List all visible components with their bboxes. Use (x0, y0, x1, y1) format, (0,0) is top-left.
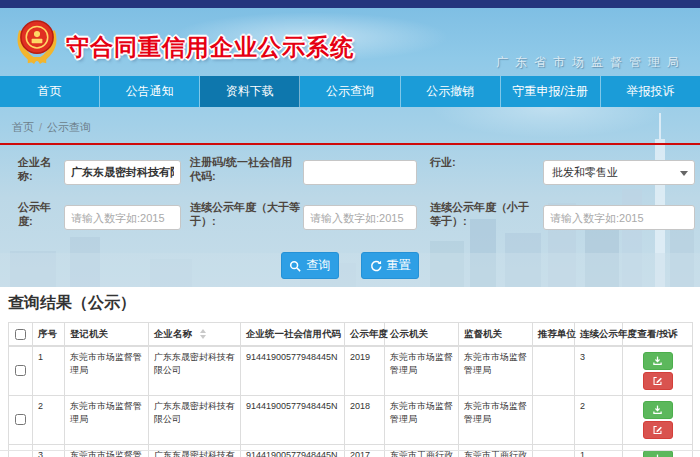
col-seq: 序号 (33, 323, 65, 346)
top-strip (0, 0, 700, 8)
credit-code-field[interactable] (303, 160, 417, 185)
table-header-row: 序号 登记机关 企业名称 企业统一社会信用代码 公示年度 公示机关 监督机关 推… (9, 323, 693, 346)
results-title: 查询结果（公示） (8, 287, 692, 322)
hero-banner: 守合同重信用企业公示系统 广东省市场监督管理局 首页 公告通知 资料下载 公示查… (0, 8, 700, 287)
red-divider (0, 143, 700, 145)
agency-emblem-logo (14, 14, 60, 68)
col-supervision-org: 监督机关 (459, 323, 533, 346)
download-icon (652, 355, 663, 366)
publicity-year-field[interactable] (64, 205, 181, 230)
complaint-button[interactable] (643, 372, 673, 390)
col-recommend-unit: 推荐单位 (533, 323, 575, 346)
bottom-divider (0, 450, 700, 451)
nav-item-publicity-revocation[interactable]: 公示撤销 (401, 76, 501, 107)
publicity-year-label: 公示年度: (18, 200, 64, 229)
consecutive-years-lte-field[interactable] (543, 205, 695, 230)
edit-icon (652, 375, 663, 386)
search-button[interactable]: 查询 (281, 252, 339, 279)
col-consecutive-years: 连续公示年度 (575, 323, 623, 346)
nav-item-announcements[interactable]: 公告通知 (100, 76, 200, 107)
table-row: 1 东莞市市场监督管理局 广东东晟密封科技有限公司 91441900577948… (9, 346, 693, 396)
results-section: 查询结果（公示） 序号 登记机关 企业名称 企业统一社会信用代码 公示年度 公示… (0, 287, 700, 457)
sort-icon[interactable] (200, 329, 206, 339)
col-company-name[interactable]: 企业名称 (149, 323, 241, 346)
download-icon (652, 404, 663, 415)
caret-down-icon (680, 171, 688, 176)
company-name-field[interactable] (64, 160, 181, 185)
industry-select-value: 批发和零售业 (552, 165, 618, 180)
industry-label: 行业: (430, 155, 530, 169)
reset-button[interactable]: 重置 (361, 252, 419, 279)
nav-item-report-complaint[interactable]: 举报投诉 (601, 76, 700, 107)
select-all-checkbox[interactable] (15, 329, 26, 340)
breadcrumb: 首页/公示查询 (12, 120, 91, 135)
download-icon (652, 453, 663, 457)
main-nav: 首页 公告通知 资料下载 公示查询 公示撤销 守重申报/注册 举报投诉 (0, 76, 700, 107)
industry-select[interactable]: 批发和零售业 (543, 160, 695, 185)
credit-code-label: 注册码/统一社会信用代码: (190, 155, 300, 184)
edit-icon (652, 424, 663, 435)
consecutive-years-gte-field[interactable] (303, 205, 417, 230)
consecutive-years-gte-label: 连续公示年度（大于等于）: (190, 200, 300, 229)
col-credit-code: 企业统一社会信用代码 (241, 323, 345, 346)
nav-item-home[interactable]: 首页 (0, 76, 100, 107)
site-title: 守合同重信用企业公示系统 (66, 32, 354, 63)
col-year: 公示年度 (345, 323, 385, 346)
page: 守合同重信用企业公示系统 广东省市场监督管理局 首页 公告通知 资料下载 公示查… (0, 0, 700, 457)
search-icon (289, 260, 301, 272)
nav-item-downloads[interactable]: 资料下载 (200, 76, 300, 107)
nav-item-declaration-registration[interactable]: 守重申报/注册 (501, 76, 601, 107)
agency-name: 广东省市场监督管理局 (496, 54, 686, 71)
complaint-button[interactable] (643, 421, 673, 439)
breadcrumb-separator: / (39, 121, 42, 133)
download-button[interactable] (643, 352, 673, 370)
results-table: 序号 登记机关 企业名称 企业统一社会信用代码 公示年度 公示机关 监督机关 推… (8, 322, 693, 457)
refresh-icon (370, 260, 382, 272)
download-button[interactable] (643, 401, 673, 419)
col-publicity-org: 公示机关 (385, 323, 459, 346)
consecutive-years-lte-label: 连续公示年度（小于等于）: (430, 200, 538, 229)
company-name-label: 企业名称: (18, 155, 64, 184)
col-registration-org: 登记机关 (65, 323, 149, 346)
breadcrumb-current: 公示查询 (47, 121, 91, 133)
row-checkbox[interactable] (15, 414, 26, 425)
form-button-bar: 查询 重置 (0, 252, 700, 279)
breadcrumb-home-link[interactable]: 首页 (12, 121, 34, 133)
table-row: 2 东莞市市场监督管理局 广东东晟密封科技有限公司 91441900577948… (9, 395, 693, 444)
row-checkbox[interactable] (15, 365, 26, 376)
nav-item-publicity-query[interactable]: 公示查询 (300, 76, 400, 107)
